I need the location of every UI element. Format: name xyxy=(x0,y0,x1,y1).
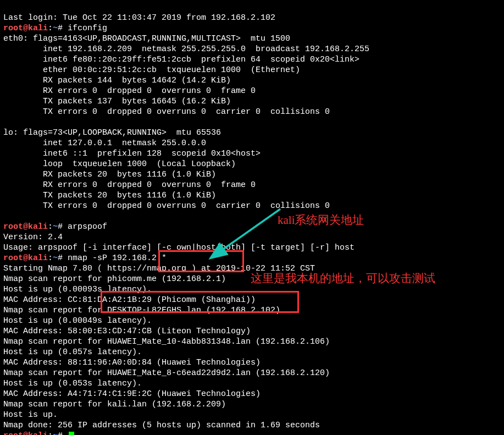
prompt-at: @ xyxy=(23,254,28,263)
ifconfig-line: inet6 ::1 prefixlen 128 scopeid 0x10<hos… xyxy=(3,149,261,158)
ifconfig-line: inet6 fe80::20c:29ff:fe51:2ccb prefixlen… xyxy=(3,55,359,64)
prompt-path: ~ xyxy=(53,222,58,232)
nmap-line: Nmap scan report for HUAWEI_Mate_10-4abb… xyxy=(3,337,330,346)
ifconfig-line: eth0: flags=4163<UP,BROADCAST,RUNNING,MU… xyxy=(3,34,290,43)
prompt-at: @ xyxy=(23,222,28,232)
ifconfig-line: loop txqueuelen 1000 (Local Loopback) xyxy=(3,159,236,169)
prompt-hash: # xyxy=(58,222,68,232)
prompt-path: ~ xyxy=(53,24,58,33)
prompt-user: root xyxy=(3,24,23,33)
nmap-line: MAC Address: 88:11:96:A0:0D:84 (Huawei T… xyxy=(3,358,261,367)
ifconfig-line: TX errors 0 dropped 0 overruns 0 carrier… xyxy=(3,201,330,211)
arpspoof-line: Version: 2.4 xyxy=(3,233,63,242)
ifconfig-line: inet 127.0.0.1 netmask 255.0.0.0 xyxy=(3,139,206,148)
nmap-line: MAC Address: CC:81:DA:A2:1B:29 (Phicomm … xyxy=(3,295,256,305)
cmd-nmap: nmap -sP 192.168.2.* xyxy=(68,254,167,263)
prompt-hash: # xyxy=(58,431,68,435)
ifconfig-line: RX errors 0 dropped 0 overruns 0 frame 0 xyxy=(3,86,256,96)
nmap-line: Nmap scan report for kali.lan (192.168.2… xyxy=(3,400,226,409)
prompt-path: ~ xyxy=(53,431,58,435)
prompt-path: ~ xyxy=(53,254,58,263)
nmap-line: Nmap scan report for HUAWEI_Mate_8-c6ead… xyxy=(3,368,330,378)
prompt-at: @ xyxy=(23,431,28,435)
nmap-line: Host is up (0.00049s latency). xyxy=(3,316,152,326)
ifconfig-line: inet 192.168.2.209 netmask 255.255.255.0… xyxy=(3,45,369,54)
nmap-line: Nmap scan report for phicomm.me (192.168… xyxy=(3,274,226,284)
prompt-user: root xyxy=(3,222,23,232)
prompt-colon: : xyxy=(48,254,53,263)
prompt-host: kali xyxy=(28,254,48,263)
nmap-line: MAC Address: 58:00:E3:CD:47:CB (Liteon T… xyxy=(3,327,251,336)
nmap-line: MAC Address: A4:71:74:C1:9E:2C (Huawei T… xyxy=(3,389,261,399)
arpspoof-line: Usage: arpspoof [-i interface] [-c own|h… xyxy=(3,243,355,252)
nmap-line: Nmap scan report for DESKTOP-L82EGHS.lan… xyxy=(3,306,280,315)
prompt-user: root xyxy=(3,431,23,435)
nmap-line: Nmap done: 256 IP addresses (5 hosts up)… xyxy=(3,421,320,430)
ifconfig-line: TX packets 20 bytes 1116 (1.0 KiB) xyxy=(3,191,216,200)
ifconfig-line: TX packets 137 bytes 16645 (16.2 KiB) xyxy=(3,97,231,106)
prompt-colon: : xyxy=(48,431,53,435)
prompt-at: @ xyxy=(23,24,28,33)
nmap-line: Host is up (0.053s latency). xyxy=(3,379,142,388)
prompt-host: kali xyxy=(28,24,48,33)
prompt-hash: # xyxy=(58,254,68,263)
terminal-output[interactable]: Last login: Tue Oct 22 11:03:47 2019 fro… xyxy=(0,0,504,435)
terminal-cursor[interactable] xyxy=(69,432,74,435)
ifconfig-line: RX errors 0 dropped 0 overruns 0 frame 0 xyxy=(3,180,256,190)
nmap-line: Host is up (0.057s latency). xyxy=(3,348,142,357)
ifconfig-line: RX packets 144 bytes 14642 (14.2 KiB) xyxy=(3,76,231,85)
cmd-arpspoof: arpspoof xyxy=(68,222,107,232)
cmd-ifconfig: ifconfig xyxy=(68,24,107,33)
ifconfig-line: TX errors 0 dropped 0 overruns 0 carrier… xyxy=(3,107,330,117)
last-login-line: Last login: Tue Oct 22 11:03:47 2019 fro… xyxy=(3,13,275,23)
prompt-user: root xyxy=(3,254,23,263)
ifconfig-line: RX packets 20 bytes 1116 (1.0 KiB) xyxy=(3,170,216,179)
prompt-colon: : xyxy=(48,24,53,33)
nmap-line: Starting Nmap 7.80 ( https://nmap.org ) … xyxy=(3,264,315,273)
ifconfig-line: lo: flags=73<UP,LOOPBACK,RUNNING> mtu 65… xyxy=(3,128,221,137)
nmap-line: Host is up (0.00093s latency). xyxy=(3,285,152,294)
prompt-host: kali xyxy=(28,222,48,232)
prompt-hash: # xyxy=(58,24,68,33)
prompt-colon: : xyxy=(48,222,53,232)
ifconfig-line: ether 00:0c:29:51:2c:cb txqueuelen 1000 … xyxy=(3,65,300,75)
nmap-line: Host is up. xyxy=(3,410,58,420)
prompt-host: kali xyxy=(28,431,48,435)
